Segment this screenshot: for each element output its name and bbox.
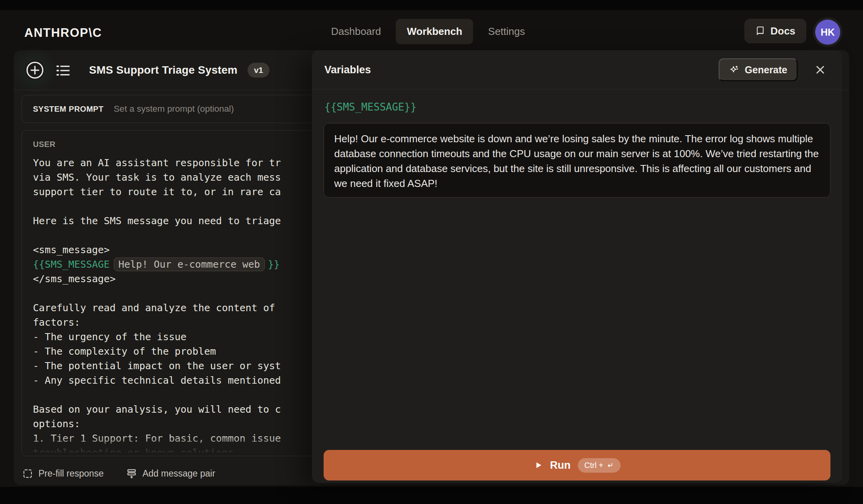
user-message-code: You are an AI assistant responsible for … (33, 156, 281, 456)
prefill-response-button[interactable]: Pre-fill response (22, 468, 104, 479)
new-prompt-button[interactable] (25, 60, 45, 80)
code-line: factors: (33, 315, 281, 330)
code-line: support tier to route it to, or in rare … (33, 185, 281, 199)
tab-dashboard[interactable]: Dashboard (320, 19, 392, 44)
variables-header: Variables Generate (312, 50, 842, 89)
docs-button[interactable]: Docs (745, 19, 806, 43)
code-line: Here is the SMS message you need to tria… (33, 214, 281, 228)
user-role-label: USER (33, 140, 56, 149)
return-key-icon (606, 461, 614, 469)
code-line: - Any specific technical details mention… (33, 373, 281, 388)
close-icon[interactable] (813, 63, 827, 77)
code-line: options: (33, 417, 281, 431)
code-line: {{SMS_MESSAGEHelp! Our e-commerce web}} (33, 257, 281, 272)
plus-circle-icon (25, 60, 45, 80)
code-line (33, 388, 281, 402)
book-icon (755, 26, 765, 36)
prompt-list-button[interactable] (55, 64, 71, 77)
code-line: Based on your analysis, you will need to… (33, 402, 281, 417)
code-line (33, 228, 281, 243)
inline-variable-value[interactable]: Help! Our e-commerce web (114, 257, 265, 271)
code-line: - The complexity of the problem (33, 344, 281, 359)
code-line: </sms_message> (33, 272, 281, 286)
anthropic-logo: ANTHROP\C (24, 26, 102, 40)
run-shortcut-text: Ctrl + (584, 461, 603, 470)
avatar[interactable]: HK (815, 20, 840, 45)
add-message-pair-button[interactable]: Add message pair (126, 468, 215, 479)
code-line: - The urgency of the issue (33, 330, 281, 344)
title-row: SMS Support Triage System v1 (89, 50, 269, 90)
tab-workbench[interactable]: Workbench (396, 19, 473, 44)
variables-title: Variables (324, 50, 371, 89)
tab-settings[interactable]: Settings (477, 19, 536, 44)
add-message-pair-label: Add message pair (142, 468, 215, 479)
generate-button[interactable]: Generate (719, 58, 797, 81)
version-badge[interactable]: v1 (248, 63, 269, 78)
variable-value-input[interactable]: Help! Our e-commerce website is down and… (324, 123, 830, 198)
docs-label: Docs (770, 25, 796, 37)
code-line: Carefully read and analyze the content o… (33, 301, 281, 315)
prefill-response-label: Pre-fill response (38, 468, 104, 479)
code-line: <sms_message> (33, 243, 281, 257)
sparkle-icon (729, 65, 739, 75)
workbench-page: ANTHROP\C DashboardWorkbenchSettings Doc… (0, 0, 863, 504)
prompt-panel-footer: Pre-fill response Add message pair (22, 468, 215, 479)
avatar-initials: HK (821, 27, 835, 38)
bullet-list-icon (55, 64, 71, 77)
nav-tabs: DashboardWorkbenchSettings (320, 19, 536, 44)
code-line: You are an AI assistant responsible for … (33, 156, 281, 170)
generate-label: Generate (745, 64, 787, 76)
system-prompt-placeholder: Set a system prompt (optional) (114, 104, 234, 114)
code-line: via SMS. Your task is to analyze each me… (33, 170, 281, 185)
code-line (33, 199, 281, 214)
run-label: Run (550, 459, 570, 471)
variable-name-label: {{SMS_MESSAGE}} (324, 101, 417, 113)
run-button[interactable]: Run Ctrl + (324, 450, 830, 480)
message-pair-plus-icon (126, 468, 137, 479)
play-icon (533, 460, 543, 470)
variables-panel: Variables Generate {{SMS_MESSAGE}} Help!… (312, 50, 842, 483)
system-prompt-label: SYSTEM PROMPT (33, 105, 104, 114)
code-line (33, 286, 281, 301)
code-line: - The potential impact on the user or sy… (33, 359, 281, 373)
selection-box-icon (22, 468, 33, 479)
prompt-title[interactable]: SMS Support Triage System (89, 64, 237, 76)
run-shortcut-badge: Ctrl + (578, 458, 621, 473)
